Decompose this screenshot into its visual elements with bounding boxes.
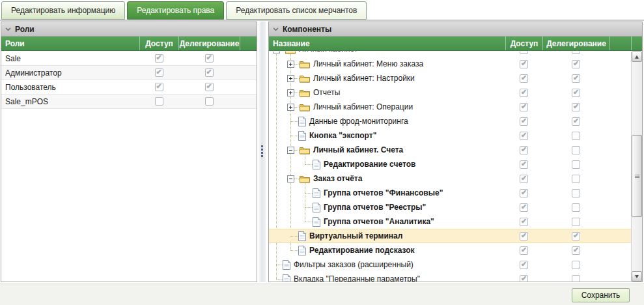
access-checkbox[interactable] bbox=[520, 203, 528, 212]
tree-row[interactable]: Группа отчетов "Финансовые" bbox=[269, 186, 631, 200]
delegation-checkbox[interactable] bbox=[572, 175, 580, 183]
expand-plus-icon[interactable] bbox=[287, 61, 294, 68]
tree-row[interactable]: Личный кабинет. Счета bbox=[269, 143, 631, 157]
delegation-checkbox[interactable] bbox=[572, 89, 580, 97]
tree-row[interactable]: Фильтры заказов (расширенный) bbox=[269, 257, 631, 272]
scroll-down-button[interactable] bbox=[632, 271, 642, 282]
tab-edit-rights[interactable]: Редактировать права bbox=[127, 1, 224, 20]
access-checkbox[interactable] bbox=[155, 83, 163, 91]
vertical-scrollbar[interactable] bbox=[631, 51, 642, 282]
delegation-checkbox[interactable] bbox=[205, 54, 214, 63]
tree-row[interactable]: Личный кабинет bbox=[269, 51, 631, 57]
table-row[interactable]: Пользователь bbox=[1, 80, 257, 94]
access-checkbox[interactable] bbox=[520, 51, 528, 54]
tree-row[interactable]: Личный кабинет: Меню заказа bbox=[269, 57, 631, 71]
delegation-checkbox[interactable] bbox=[572, 189, 580, 197]
components-panel-title: Компоненты bbox=[283, 25, 331, 34]
tree-node: Виртуальный терминал bbox=[269, 231, 505, 241]
delegation-checkbox[interactable] bbox=[572, 146, 580, 154]
column-header-access[interactable]: Доступ bbox=[505, 36, 542, 50]
delegation-checkbox[interactable] bbox=[572, 132, 580, 140]
save-button[interactable]: Сохранить bbox=[572, 288, 630, 302]
delegation-checkbox[interactable] bbox=[572, 117, 580, 126]
access-checkbox[interactable] bbox=[520, 60, 528, 68]
access-checkbox[interactable] bbox=[520, 146, 528, 154]
access-checkbox[interactable] bbox=[155, 97, 163, 106]
delegation-checkbox[interactable] bbox=[572, 74, 580, 83]
scrollbar-thumb[interactable] bbox=[632, 135, 642, 217]
scroll-up-button[interactable] bbox=[632, 51, 642, 62]
access-cell bbox=[505, 157, 542, 171]
collapse-minus-icon[interactable] bbox=[273, 51, 280, 53]
delegation-checkbox[interactable] bbox=[572, 218, 580, 226]
column-header-delegation[interactable]: Делегирование bbox=[542, 36, 609, 50]
column-header-name[interactable]: Название bbox=[269, 36, 505, 50]
tree-row[interactable]: Редактирование счетов bbox=[269, 157, 631, 171]
delegation-checkbox[interactable] bbox=[572, 232, 580, 240]
tree-row[interactable]: Группа отчетов "Реестры" bbox=[269, 200, 631, 214]
delegation-checkbox[interactable] bbox=[205, 97, 214, 106]
document-icon bbox=[283, 260, 290, 270]
access-checkbox[interactable] bbox=[520, 189, 528, 197]
access-checkbox[interactable] bbox=[520, 74, 528, 83]
tab-edit-information[interactable]: Редактировать информацию bbox=[1, 1, 125, 20]
tree-row[interactable]: Личный кабинет: Операции bbox=[269, 100, 631, 114]
table-row[interactable]: Администратор bbox=[1, 66, 257, 80]
components-panel-header[interactable]: Компоненты bbox=[269, 22, 642, 36]
expand-plus-icon[interactable] bbox=[287, 89, 294, 96]
access-checkbox[interactable] bbox=[520, 89, 528, 97]
tree-row[interactable]: Кнопка "экспорт" bbox=[269, 128, 631, 143]
delegation-checkbox[interactable] bbox=[572, 103, 580, 111]
access-checkbox[interactable] bbox=[520, 261, 528, 269]
tree-row[interactable]: Редактирование подсказок bbox=[269, 243, 631, 257]
table-row[interactable]: Sale bbox=[1, 51, 257, 66]
tree-row[interactable]: Группа отчетов "Аналитика" bbox=[269, 214, 631, 229]
delegation-cell bbox=[542, 57, 609, 71]
tree-row[interactable]: Данные фрод-мониторинга bbox=[269, 114, 631, 128]
access-checkbox[interactable] bbox=[520, 275, 528, 282]
delegation-checkbox[interactable] bbox=[572, 203, 580, 212]
collapse-minus-icon[interactable] bbox=[287, 175, 294, 182]
access-checkbox[interactable] bbox=[520, 175, 528, 183]
column-header-delegation[interactable]: Делегирование bbox=[178, 36, 240, 50]
access-checkbox[interactable] bbox=[520, 103, 528, 111]
tree-row[interactable]: Вкладка "Переданные параметры" bbox=[269, 272, 631, 282]
delegation-checkbox[interactable] bbox=[572, 51, 580, 54]
collapse-minus-icon[interactable] bbox=[287, 147, 294, 154]
column-header-roles[interactable]: Роли bbox=[1, 36, 139, 50]
expand-plus-icon[interactable] bbox=[287, 104, 294, 111]
delegation-checkbox[interactable] bbox=[572, 160, 580, 169]
roles-panel-header[interactable]: Роли bbox=[1, 22, 257, 36]
tree-row[interactable]: Заказ отчёта bbox=[269, 171, 631, 186]
tree-row[interactable]: Отчеты bbox=[269, 85, 631, 100]
delegation-checkbox[interactable] bbox=[572, 275, 580, 282]
access-checkbox[interactable] bbox=[520, 160, 528, 169]
access-checkbox[interactable] bbox=[520, 232, 528, 240]
access-checkbox[interactable] bbox=[520, 132, 528, 140]
document-icon bbox=[298, 231, 306, 241]
access-cell bbox=[505, 51, 542, 57]
tree-node: Личный кабинет: Настройки bbox=[269, 74, 505, 83]
access-cell bbox=[139, 94, 178, 108]
access-checkbox[interactable] bbox=[155, 54, 163, 63]
document-icon bbox=[313, 160, 320, 169]
tree-node-label: Заказ отчёта bbox=[313, 174, 362, 183]
access-checkbox[interactable] bbox=[520, 117, 528, 126]
tree-row[interactable]: Виртуальный терминал bbox=[269, 229, 631, 243]
delegation-checkbox[interactable] bbox=[572, 246, 580, 255]
table-row[interactable]: Sale_mPOS bbox=[1, 94, 257, 109]
delegation-checkbox[interactable] bbox=[572, 60, 580, 68]
access-checkbox[interactable] bbox=[520, 218, 528, 226]
delegation-checkbox[interactable] bbox=[205, 83, 214, 91]
tab-edit-merchants[interactable]: Редактировать список мерчантов bbox=[226, 1, 367, 20]
expand-plus-icon[interactable] bbox=[287, 75, 294, 82]
panel-splitter[interactable] bbox=[259, 22, 266, 282]
delegation-checkbox[interactable] bbox=[572, 261, 580, 269]
access-checkbox[interactable] bbox=[155, 68, 163, 77]
delegation-checkbox[interactable] bbox=[205, 68, 214, 77]
access-cell bbox=[505, 243, 542, 257]
column-header-access[interactable]: Доступ bbox=[139, 36, 178, 50]
folder-icon bbox=[300, 175, 310, 183]
tree-row[interactable]: Личный кабинет: Настройки bbox=[269, 71, 631, 85]
access-checkbox[interactable] bbox=[520, 246, 528, 255]
